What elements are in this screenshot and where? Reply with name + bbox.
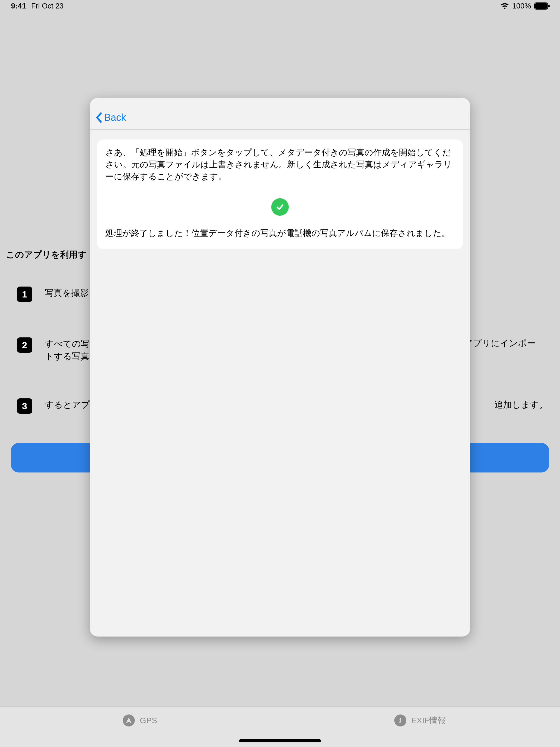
step-badge: 2 (17, 337, 32, 353)
status-date: Fri Oct 23 (31, 2, 64, 10)
wifi-icon (500, 2, 509, 9)
step-text-right: 追加します。 (494, 398, 549, 411)
tab-bar: GPS i EXIF情報 (0, 706, 560, 747)
result-section: 処理が終了しました！位置データ付きの写真が電話機の写真アルバムに保存されました。 (97, 190, 463, 249)
background-step-3: 3 するとアプ (17, 398, 90, 414)
background-step-1: 1 写真を撮影 (17, 287, 89, 302)
navigate-icon (123, 715, 135, 726)
step-text-right: アプリにインポー (464, 337, 554, 350)
home-indicator (239, 739, 321, 742)
background-step-2: 2 すべての写 トする写真 (17, 337, 90, 363)
app-header-spacer (0, 12, 560, 38)
instruction-card: さあ、「処理を開始」ボタンをタップして、メタデータ付きの写真の作成を開始してくだ… (97, 139, 463, 249)
tab-label: GPS (140, 716, 157, 725)
tab-exif[interactable]: i EXIF情報 (280, 715, 560, 726)
status-left: 9:41 Fri Oct 23 (11, 2, 64, 10)
svg-rect-2 (548, 5, 550, 7)
instruction-text: さあ、「処理を開始」ボタンをタップして、メタデータ付きの写真の作成を開始してくだ… (97, 139, 463, 190)
back-label: Back (104, 112, 126, 123)
step-text: すべての写 トする写真 (45, 337, 90, 363)
battery-icon (534, 2, 550, 9)
step-text: 写真を撮影 (45, 287, 89, 299)
battery-percentage: 100% (512, 2, 531, 10)
status-bar: 9:41 Fri Oct 23 100% (0, 0, 560, 12)
modal-nav-bar: Back (90, 98, 470, 130)
tab-label: EXIF情報 (411, 715, 446, 726)
modal-body: さあ、「処理を開始」ボタンをタップして、メタデータ付きの写真の作成を開始してくだ… (90, 130, 470, 249)
chevron-left-icon (96, 112, 103, 123)
background-section-title: このアプリを利用す (6, 249, 87, 261)
step-text: するとアプ (45, 398, 90, 411)
tab-gps[interactable]: GPS (0, 715, 280, 726)
info-icon: i (394, 715, 406, 726)
step-badge: 3 (17, 398, 32, 414)
result-text: 処理が終了しました！位置データ付きの写真が電話機の写真アルバムに保存されました。 (105, 227, 455, 239)
step-badge: 1 (17, 287, 32, 302)
checkmark-icon (271, 198, 289, 216)
status-right: 100% (500, 2, 550, 10)
back-button[interactable]: Back (96, 112, 126, 123)
status-time: 9:41 (11, 2, 26, 10)
result-modal: Back さあ、「処理を開始」ボタンをタップして、メタデータ付きの写真の作成を開… (90, 98, 470, 637)
svg-rect-1 (535, 3, 547, 9)
